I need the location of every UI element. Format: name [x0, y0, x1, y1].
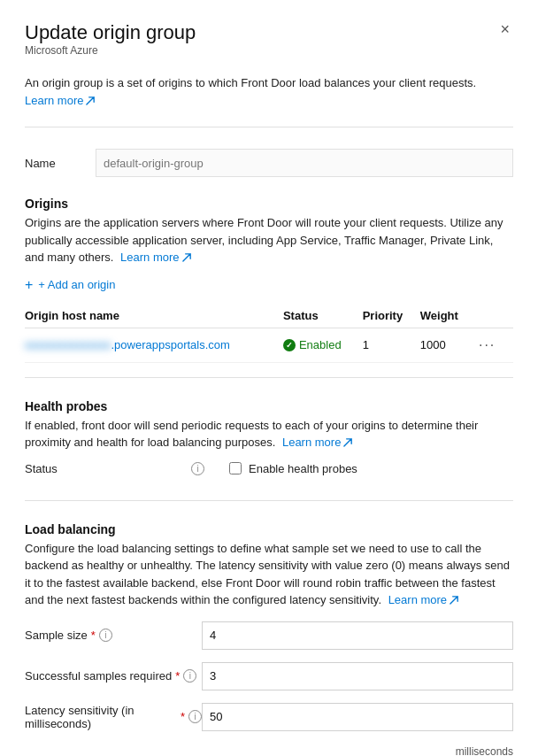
health-status-info-icon: i: [191, 462, 204, 475]
origin-host-blurred: xxxxxxxxxxxxxxx: [25, 338, 111, 351]
health-probes-title: Health probes: [25, 399, 513, 413]
origin-host-cell: xxxxxxxxxxxxxxx.powerappsportals.com: [25, 328, 283, 362]
col-actions: [475, 305, 513, 328]
origins-table: Origin host name Status Priority Weight …: [25, 305, 513, 363]
load-balancing-title: Load balancing: [25, 522, 513, 536]
enable-health-probes-row: Enable health probes: [229, 462, 357, 475]
successful-samples-required: *: [175, 669, 180, 683]
sample-size-info-icon: i: [99, 629, 112, 642]
latency-required: *: [181, 710, 185, 723]
health-probes-description: If enabled, front door will send periodi…: [25, 417, 513, 451]
col-status: Status: [283, 305, 363, 328]
enable-health-probes-label: Enable health probes: [249, 462, 357, 475]
status-enabled: Enabled: [283, 338, 356, 351]
name-row: Name: [25, 149, 513, 177]
successful-samples-row: Successful samples required * i: [25, 662, 513, 690]
divider-2: [25, 377, 513, 378]
origin-host-suffix: .powerappsportals.com: [111, 338, 230, 351]
panel-header: Update origin group Microsoft Azure ×: [25, 21, 513, 71]
name-label: Name: [25, 157, 96, 170]
origin-priority-cell: 1: [363, 328, 420, 362]
health-status-label: Status: [25, 462, 184, 475]
health-probes-external-link-icon: [343, 437, 353, 447]
table-row: xxxxxxxxxxxxxxx.powerappsportals.com Ena…: [25, 328, 513, 362]
origin-actions-cell: ···: [475, 328, 513, 362]
successful-samples-label: Successful samples required * i: [25, 669, 202, 683]
name-input[interactable]: [96, 149, 513, 177]
origin-more-button[interactable]: ···: [475, 336, 499, 355]
sample-size-input[interactable]: [202, 621, 513, 650]
external-link-icon: [86, 96, 96, 105]
add-origin-button[interactable]: + + Add an origin: [25, 274, 513, 297]
panel-title: Update origin group: [25, 21, 196, 44]
col-priority: Priority: [363, 305, 420, 328]
origin-weight-cell: 1000: [420, 328, 475, 362]
latency-row: Latency sensitivity (in milliseconds) * …: [25, 703, 513, 731]
origins-description: Origins are the application servers wher…: [25, 214, 513, 266]
col-host: Origin host name: [25, 305, 283, 328]
divider-1: [25, 127, 513, 127]
milliseconds-label: milliseconds: [25, 745, 513, 757]
latency-input[interactable]: [202, 703, 513, 731]
sample-size-label: Sample size * i: [25, 629, 202, 642]
load-balancing-learn-more-link[interactable]: Learn more: [388, 591, 459, 609]
intro-learn-more-link[interactable]: Learn more: [25, 92, 96, 110]
divider-3: [25, 500, 513, 501]
latency-label: Latency sensitivity (in milliseconds) * …: [25, 704, 202, 730]
load-balancing-external-link-icon: [450, 595, 459, 605]
health-status-row: Status i Enable health probes: [25, 462, 513, 475]
plus-icon: +: [25, 277, 33, 293]
panel-subtitle: Microsoft Azure: [25, 44, 196, 57]
update-origin-group-panel: Update origin group Microsoft Azure × An…: [0, 0, 538, 756]
title-block: Update origin group Microsoft Azure: [25, 21, 196, 71]
origins-external-link-icon: [182, 252, 192, 262]
intro-description: An origin group is a set of origins to w…: [25, 74, 513, 109]
sample-size-row: Sample size * i: [25, 621, 513, 650]
health-probes-learn-more-link[interactable]: Learn more: [282, 434, 353, 451]
col-weight: Weight: [420, 305, 475, 328]
sample-size-required: *: [91, 629, 96, 642]
successful-samples-input[interactable]: [202, 662, 513, 690]
origins-learn-more-link[interactable]: Learn more: [120, 249, 191, 266]
successful-samples-info-icon: i: [183, 669, 196, 683]
status-check-icon: [283, 339, 296, 351]
close-button[interactable]: ×: [496, 21, 513, 37]
latency-info-icon: i: [188, 710, 202, 723]
origins-title: Origins: [25, 197, 513, 211]
enable-health-probes-checkbox[interactable]: [229, 462, 242, 474]
load-balancing-description: Configure the load balancing settings to…: [25, 540, 513, 609]
origin-status-cell: Enabled: [283, 328, 363, 362]
